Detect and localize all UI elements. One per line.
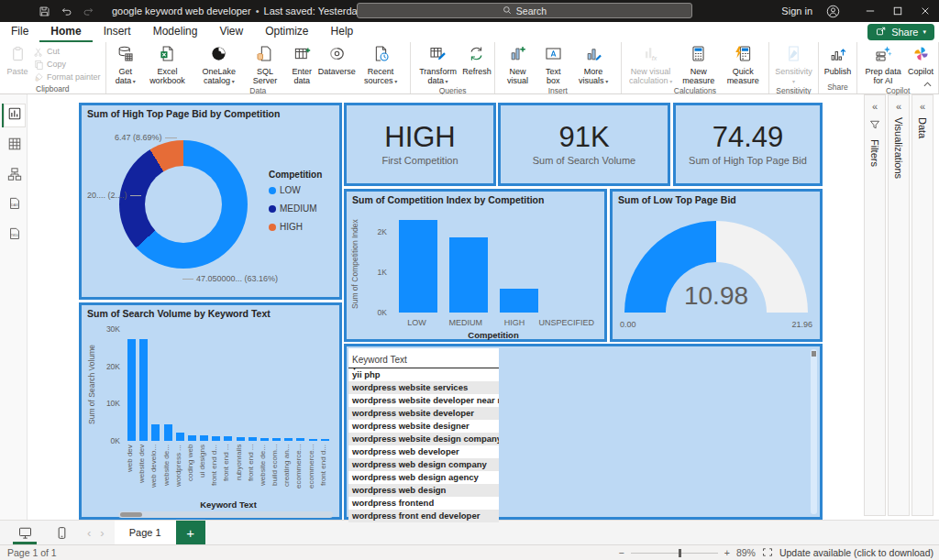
table-header[interactable]: Keyword Text ▼ bbox=[348, 348, 499, 368]
bar-web-develo[interactable] bbox=[151, 424, 160, 441]
legend-item-high[interactable]: HIGH bbox=[269, 222, 322, 232]
ribbon-button-prep-data-for-ai[interactable]: Prep data for AI bbox=[860, 44, 906, 85]
table-row[interactable]: wordpress website design company bbox=[348, 433, 499, 445]
ribbon-button-sql-server[interactable]: SQL Server bbox=[246, 44, 284, 85]
ribbon-button-refresh[interactable]: Refresh bbox=[462, 44, 492, 76]
sign-in-button[interactable]: Sign in bbox=[781, 5, 812, 16]
table-row[interactable]: wordpress website developer bbox=[348, 407, 499, 420]
next-page-arrow-icon[interactable]: › bbox=[95, 526, 108, 540]
horizontal-scrollbar[interactable] bbox=[118, 511, 333, 518]
donut-chart-visual[interactable]: Sum of High Top Page Bid by Competition … bbox=[79, 103, 342, 300]
ribbon-button-new-visual-calculation[interactable]: fxNew visual calculation ▾ bbox=[624, 44, 678, 85]
menu-item-help[interactable]: Help bbox=[320, 22, 365, 42]
menu-item-file[interactable]: File bbox=[0, 22, 39, 42]
bar-website-de[interactable] bbox=[164, 424, 172, 441]
gauge-visual[interactable]: Sum of Low Top Page Bid 10.98 0.00 21.96 bbox=[610, 189, 823, 342]
ribbon-button-onelake-catalog[interactable]: OneLake catalog ▾ bbox=[193, 44, 246, 85]
ribbon-button-quick-measure[interactable]: Quick measure bbox=[720, 44, 766, 85]
column-header[interactable]: Keyword Text bbox=[352, 355, 407, 365]
expand-chevron-icon[interactable]: « bbox=[920, 101, 925, 112]
collapse-ribbon-icon[interactable] bbox=[923, 74, 932, 91]
bar-ecommerce[interactable] bbox=[309, 439, 317, 441]
table-row[interactable]: wordpress web developer bbox=[348, 445, 499, 458]
sidebar-item-dax-query-view[interactable]: DAX bbox=[2, 194, 26, 218]
card-first-competition[interactable]: HIGH First Competition bbox=[344, 103, 496, 186]
sidebar-item-tmdl-view[interactable]: TMDL bbox=[2, 225, 26, 248]
ribbon-button-enter-data[interactable]: Enter data bbox=[284, 44, 319, 85]
zoom-slider[interactable] bbox=[631, 549, 718, 557]
ribbon-button-copilot[interactable]: Copilot bbox=[906, 44, 935, 76]
report-canvas[interactable]: Sum of High Top Page Bid by Competition … bbox=[28, 94, 862, 520]
desktop-view-button[interactable] bbox=[13, 521, 37, 544]
menu-item-modeling[interactable]: Modeling bbox=[142, 22, 209, 42]
ribbon-button-new-visual[interactable]: New visual bbox=[498, 44, 537, 85]
card-search-volume[interactable]: 91K Sum of Search Volume bbox=[498, 103, 670, 186]
table-row[interactable]: wordpress front end developer bbox=[348, 510, 499, 522]
table-row[interactable]: wordpress frontend bbox=[348, 497, 499, 510]
bar-coding-web[interactable] bbox=[188, 435, 196, 442]
minimize-button[interactable] bbox=[856, 0, 884, 22]
ribbon-button-publish[interactable]: Publish bbox=[822, 44, 855, 76]
table-row[interactable]: wordpress website services bbox=[348, 381, 499, 394]
maximize-button[interactable] bbox=[884, 0, 911, 22]
menu-item-insert[interactable]: Insert bbox=[93, 22, 142, 42]
zoom-in-button[interactable]: + bbox=[724, 547, 730, 558]
bar-wordpress[interactable] bbox=[176, 433, 184, 441]
bar-web-dev[interactable] bbox=[127, 339, 136, 441]
zoom-out-button[interactable]: − bbox=[619, 547, 624, 558]
sidebar-item-table-view[interactable] bbox=[2, 134, 26, 158]
undo-icon[interactable] bbox=[55, 0, 77, 22]
table-row[interactable]: wordpress website designer bbox=[348, 420, 499, 433]
panel-data[interactable]: «Data bbox=[911, 94, 933, 516]
panel-filters[interactable]: «Filters bbox=[864, 94, 886, 516]
bar-front-end[interactable] bbox=[249, 437, 257, 441]
ribbon-button-sensitivity[interactable]: Sensitivity ▾ bbox=[772, 44, 815, 85]
scrollbar-thumb[interactable] bbox=[812, 351, 816, 357]
vertical-scrollbar[interactable] bbox=[811, 349, 817, 514]
ribbon-button-excel-workbook[interactable]: Excel workbook bbox=[142, 44, 193, 85]
legend-item-medium[interactable]: MEDIUM bbox=[269, 203, 322, 214]
card-high-top-page-bid[interactable]: 74.49 Sum of High Top Page Bid bbox=[673, 103, 823, 186]
ribbon-button-dataverse[interactable]: Dataverse bbox=[319, 44, 354, 76]
bar-medium[interactable] bbox=[449, 237, 488, 313]
bar-high[interactable] bbox=[500, 289, 538, 313]
ribbon-button-recent-sources[interactable]: Recent sources ▾ bbox=[354, 44, 407, 85]
table-row[interactable]: wordpress web design agency bbox=[348, 471, 499, 484]
ribbon-button-paste[interactable]: Paste bbox=[3, 44, 32, 76]
bar-front-end-d[interactable] bbox=[212, 436, 220, 441]
previous-page-arrow-icon[interactable]: ‹ bbox=[83, 526, 95, 540]
ribbon-button-format-painter[interactable]: Format painter bbox=[32, 71, 103, 83]
expand-chevron-icon[interactable]: « bbox=[872, 101, 878, 112]
bar-rubyonrails[interactable] bbox=[237, 437, 245, 441]
sidebar-item-model-view[interactable] bbox=[2, 164, 26, 188]
update-banner[interactable]: Update available (click to download) bbox=[779, 547, 933, 558]
ribbon-button-new-measure[interactable]: New measure bbox=[678, 44, 720, 85]
bar-low[interactable] bbox=[399, 220, 437, 313]
mobile-view-button[interactable] bbox=[50, 521, 73, 544]
table-row[interactable]: wordpress web design bbox=[348, 484, 499, 497]
table-row[interactable]: wordpress web design company bbox=[348, 458, 499, 471]
bar-website-de[interactable] bbox=[260, 438, 269, 441]
page-tab[interactable]: Page 1 bbox=[115, 521, 176, 545]
save-icon[interactable] bbox=[33, 0, 55, 22]
keyword-bar-chart-visual[interactable]: Sum of Search Volume by Keyword Text Sum… bbox=[79, 302, 342, 520]
new-page-button[interactable]: + bbox=[176, 521, 205, 545]
expand-chevron-icon[interactable]: « bbox=[896, 101, 901, 112]
zoom-slider-thumb[interactable] bbox=[679, 549, 681, 557]
scrollbar-thumb[interactable] bbox=[120, 512, 142, 517]
bar-build-ecom[interactable] bbox=[272, 438, 281, 441]
sidebar-item-report-view[interactable] bbox=[2, 104, 26, 127]
menu-item-home[interactable]: Home bbox=[39, 22, 92, 42]
panel-visualizations[interactable]: «Visualizations bbox=[888, 94, 910, 516]
bar-ui-designs[interactable] bbox=[200, 435, 208, 442]
account-icon[interactable] bbox=[822, 5, 844, 18]
bar-ecommerce[interactable] bbox=[296, 438, 304, 441]
bar-website-dev[interactable] bbox=[139, 339, 148, 441]
competition-bar-chart-visual[interactable]: Sum of Competition Index by Competition … bbox=[344, 189, 607, 342]
legend-item-low[interactable]: LOW bbox=[269, 185, 322, 195]
keyword-table-visual[interactable]: Keyword Text ▼ yii phpwordpress website … bbox=[344, 344, 823, 520]
bar-front-end[interactable] bbox=[224, 436, 232, 441]
share-button[interactable]: Share ▾ bbox=[867, 24, 934, 40]
menu-item-view[interactable]: View bbox=[208, 22, 254, 42]
menu-item-optimize[interactable]: Optimize bbox=[254, 22, 319, 42]
